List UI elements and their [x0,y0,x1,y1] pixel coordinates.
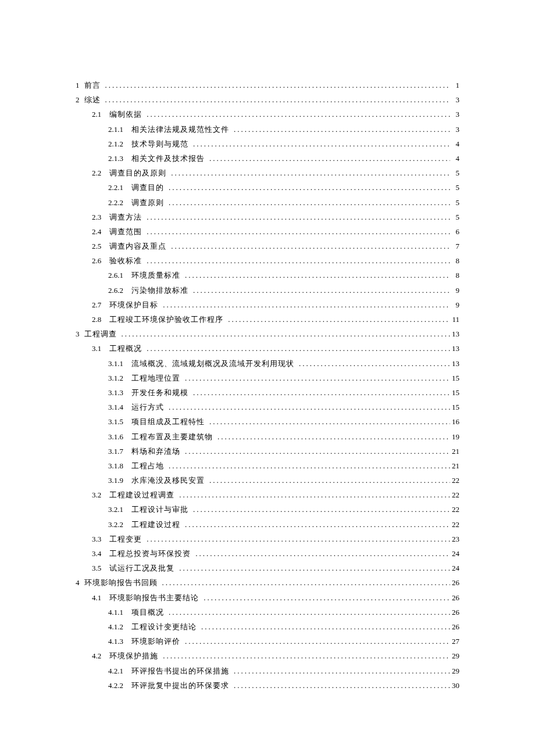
toc-page-number: 1 [450,81,459,89]
toc-page-number: 22 [450,476,459,484]
toc-number: 2.6.1 [108,271,123,279]
toc-page-number: 8 [450,257,459,264]
toc-leader-dots [147,535,450,543]
toc-number: 2.2.1 [108,184,123,191]
toc-number: 3.2.2 [108,521,123,528]
toc-entry: 2.6.1环境质量标准8 [76,271,459,279]
toc-page-number: 15 [450,374,459,382]
toc-leader-dots [147,345,450,352]
toc-entry: 2.6.2污染物排放标准9 [76,286,459,294]
toc-entry: 2.5调查内容及重点7 [76,242,459,250]
toc-page-number: 13 [450,345,459,352]
toc-title: 调查目的及原则 [109,169,166,177]
toc-leader-dots [185,521,450,528]
toc-leader-dots [122,330,451,338]
toc-leader-dots [169,403,450,411]
toc-entry: 2.1.3相关文件及技术报告4 [76,155,459,162]
toc-title: 环境保护措施 [109,652,158,660]
toc-title: 调查目的 [131,184,164,191]
toc-title: 综述 [84,96,101,103]
toc-title: 相关文件及技术报告 [131,155,205,162]
toc-leader-dots [204,594,450,601]
toc-leader-dots [234,682,450,689]
toc-number: 3.2.1 [108,506,123,513]
toc-page-number: 11 [450,316,459,323]
toc-entry: 3工程调查13 [76,330,459,338]
toc-number: 3.1.1 [108,360,123,367]
toc-leader-dots [234,126,450,133]
toc-page-number: 5 [450,169,459,177]
toc-page-number: 6 [450,228,459,235]
toc-number: 4.2.2 [108,682,123,689]
toc-leader-dots [299,360,450,367]
toc-title: 工程建设过程 [131,521,180,528]
toc-entry: 3.1.5项目组成及工程特性16 [76,418,459,425]
toc-number: 2.8 [92,316,101,323]
toc-leader-dots [185,271,450,279]
toc-leader-dots [193,506,450,513]
toc-page-number: 26 [450,594,459,601]
toc-leader-dots [163,301,450,309]
toc-leader-dots [193,389,450,396]
toc-entry: 2.1编制依据3 [76,110,459,118]
toc-title: 工程设计变更结论 [131,623,197,630]
toc-entry: 2.2.1调查目的5 [76,184,459,191]
toc-page-number: 26 [450,623,459,630]
toc-page-number: 5 [450,184,459,191]
toc-number: 3.1 [92,345,101,352]
toc-number: 2.3 [92,213,101,221]
toc-title: 调查内容及重点 [109,242,166,250]
toc-title: 环境影响报告书回顾 [84,579,158,586]
toc-number: 2.1 [92,110,101,118]
toc-title: 运行方式 [131,403,164,411]
toc-title: 编制依据 [109,110,142,118]
toc-entry: 2.8工程竣工环境保护验收工作程序11 [76,316,459,323]
toc-leader-dots [217,433,450,440]
toc-title: 工程变更 [109,535,142,543]
toc-title: 工程地理位置 [131,374,180,382]
toc-number: 2.2.2 [108,199,123,206]
toc-number: 3.4 [92,550,101,557]
toc-page-number: 13 [450,360,459,367]
toc-entry: 2.1.1相关法律法规及规范性文件3 [76,126,459,133]
toc-leader-dots [179,491,450,499]
toc-entry: 2.2.2调查原则5 [76,199,459,206]
toc-entry: 3.5试运行工况及批复24 [76,564,459,572]
toc-page-number: 9 [450,286,459,294]
toc-title: 环评报告书提出的环保措施 [131,667,229,675]
toc-title: 水库淹没及移民安置 [131,476,205,484]
toc-leader-dots [209,418,450,425]
toc-number: 4.1.3 [108,637,123,645]
toc-leader-dots [171,169,450,177]
toc-leader-dots [169,608,450,616]
toc-title: 项目概况 [131,608,164,616]
toc-title: 料场和弃渣场 [131,447,180,455]
toc-page-number: 5 [450,213,459,221]
toc-page-number: 23 [450,535,459,543]
toc-number: 2.7 [92,301,101,309]
toc-entry: 2.1.2技术导则与规范4 [76,140,459,148]
toc-entry: 2.3调查方法5 [76,213,459,221]
toc-title: 工程概况 [109,345,142,352]
toc-leader-dots [209,155,450,162]
toc-leader-dots [105,81,451,89]
toc-page-number: 15 [450,403,459,411]
toc-page-number: 22 [450,491,459,499]
toc-title: 调查方法 [109,213,142,221]
toc-page-number: 21 [450,462,459,470]
toc-title: 试运行工况及批复 [109,564,174,572]
toc-leader-dots [209,476,450,484]
toc-leader-dots [169,184,450,191]
toc-number: 2.1.1 [108,126,123,133]
toc-leader-dots [201,623,450,630]
toc-leader-dots [179,564,450,572]
toc-page-number: 13 [450,330,459,338]
toc-entry: 4.1环境影响报告书主要结论26 [76,594,459,601]
toc-number: 4.1.1 [108,608,123,616]
toc-title: 工程占地 [131,462,164,470]
toc-page-number: 9 [450,301,459,309]
toc-entry: 4.1.3环境影响评价27 [76,637,459,645]
toc-title: 工程调查 [84,330,117,338]
toc-entry: 4.1.1项目概况26 [76,608,459,616]
toc-number: 1 [76,81,80,89]
